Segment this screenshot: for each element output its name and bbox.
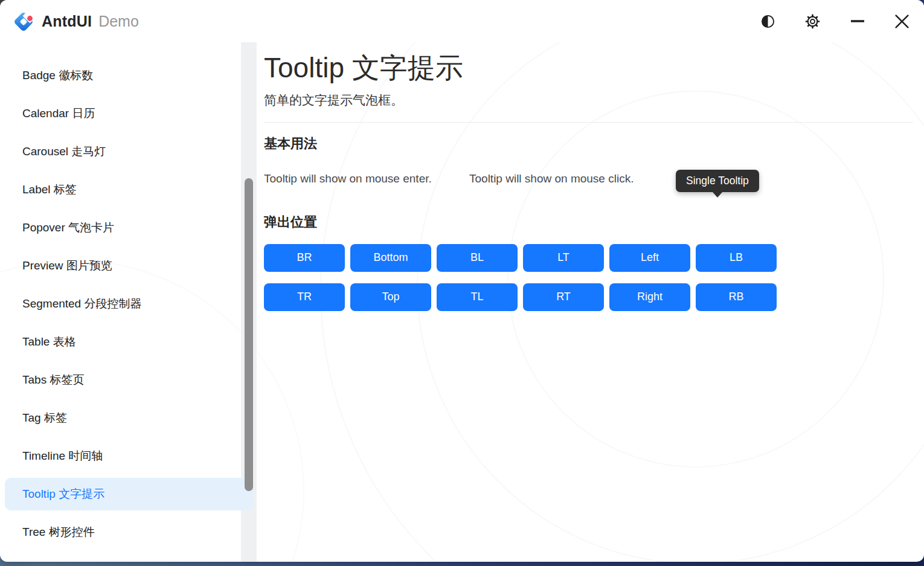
placement-buttons-row-2: TR Top TL RT Right RB: [264, 283, 913, 311]
sidebar-item-popover[interactable]: Popover 气泡卡片: [5, 211, 254, 244]
tooltip-demo-row: Tooltip will show on mouse enter. Toolti…: [264, 172, 913, 185]
sidebar-item-table[interactable]: Table 表格: [5, 326, 254, 358]
placement-button-tr[interactable]: TR: [264, 283, 345, 311]
placement-button-left[interactable]: Left: [609, 244, 690, 272]
divider: [264, 122, 913, 123]
app-title-product: Demo: [98, 13, 139, 30]
sidebar-item-badge[interactable]: Badge 徽标数: [5, 59, 254, 92]
sidebar-item-calendar[interactable]: Calendar 日历: [5, 97, 254, 130]
placement-button-lt[interactable]: LT: [523, 244, 604, 272]
placement-buttons-row-1: BR Bottom BL LT Left LB: [264, 244, 913, 272]
tooltip-demo-enter-text[interactable]: Tooltip will show on mouse enter.: [264, 172, 469, 185]
main-content: Tooltip 文字提示 简单的文字提示气泡框。 基本用法 Tooltip wi…: [264, 42, 913, 562]
page-title: Tooltip 文字提示: [264, 52, 913, 84]
placement-button-bottom[interactable]: Bottom: [350, 244, 431, 272]
window-controls: [756, 0, 914, 42]
sidebar-item-tooltip[interactable]: Tooltip 文字提示: [5, 478, 254, 510]
placement-button-right[interactable]: Right: [609, 283, 690, 311]
sidebar-item-carousel[interactable]: Carousel 走马灯: [5, 135, 254, 168]
close-button[interactable]: [890, 9, 914, 34]
placement-button-rb[interactable]: RB: [696, 283, 777, 311]
app-window: AntdUI Demo: [0, 0, 924, 562]
single-tooltip-popup: Single Tooltip: [676, 170, 759, 192]
sidebar-item-preview[interactable]: Preview 图片预览: [5, 249, 254, 282]
section-heading-placement: 弹出位置: [264, 213, 913, 231]
placement-button-tl[interactable]: TL: [437, 283, 518, 311]
gear-icon: [804, 13, 821, 30]
placement-button-rt[interactable]: RT: [523, 283, 604, 311]
section-heading-basic: 基本用法: [264, 135, 913, 153]
sidebar-item-tag[interactable]: Tag 标签: [5, 402, 254, 434]
sidebar: Badge 徽标数 Calendar 日历 Carousel 走马灯 Label…: [0, 42, 261, 562]
placement-button-top[interactable]: Top: [350, 283, 431, 311]
sidebar-item-segmented[interactable]: Segmented 分段控制器: [5, 288, 254, 320]
tooltip-demo-click-text[interactable]: Tooltip will show on mouse click.: [469, 172, 634, 185]
page-subtitle: 简单的文字提示气泡框。: [264, 92, 913, 109]
sidebar-item-label[interactable]: Label 标签: [5, 173, 254, 206]
sidebar-item-timeline[interactable]: Timeline 时间轴: [5, 440, 254, 472]
minimize-icon: [850, 13, 865, 29]
theme-toggle-button[interactable]: [756, 9, 780, 34]
minimize-button[interactable]: [845, 9, 870, 34]
close-icon: [894, 14, 910, 29]
sidebar-item-tree[interactable]: Tree 树形控件: [5, 516, 254, 548]
sidebar-item-tabs[interactable]: Tabs 标签页: [5, 364, 254, 396]
placement-button-bl[interactable]: BL: [437, 244, 518, 272]
sidebar-scrollbar-thumb[interactable]: [245, 178, 253, 491]
placement-button-lb[interactable]: LB: [696, 244, 777, 272]
placement-button-br[interactable]: BR: [264, 244, 345, 272]
app-title-brand: AntdUI: [42, 13, 92, 30]
half-circle-icon: [760, 14, 775, 29]
settings-button[interactable]: [800, 9, 825, 34]
antdui-logo-icon: [12, 10, 35, 33]
titlebar: AntdUI Demo: [0, 0, 924, 42]
